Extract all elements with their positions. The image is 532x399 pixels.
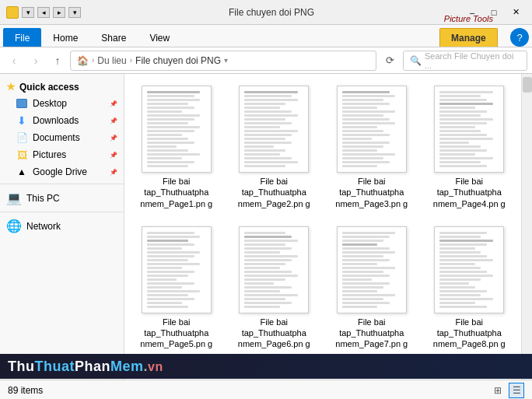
downloads-icon: ⬇ [16, 114, 28, 127]
crumb-current: File chuyen doi PNG [135, 55, 221, 66]
tab-manage[interactable]: Manage [439, 28, 498, 47]
sidebar-item-pictures[interactable]: 🖼 Pictures 📌 [0, 146, 124, 163]
file-thumb-2 [239, 86, 309, 173]
crumb-separator-2: › [130, 56, 132, 65]
search-icon: 🔍 [410, 55, 422, 66]
close-button[interactable]: ✕ [506, 5, 526, 20]
desktop-label: Desktop [33, 98, 67, 109]
tab-share[interactable]: Share [89, 28, 138, 47]
help-button[interactable]: ? [510, 28, 529, 47]
folder-icon [6, 6, 19, 19]
file-item-3[interactable]: File bai tap_Thuthuatpha nmem_Page3.pn g [326, 80, 418, 215]
item-count: 89 items [8, 385, 43, 396]
file-item-2[interactable]: File bai tap_Thuthuatpha nmem_Page2.pn g [229, 80, 320, 215]
back-button[interactable]: ‹ [5, 51, 23, 70]
file-thumb-6 [239, 226, 309, 313]
network-icon: 🌐 [6, 219, 22, 233]
down-btn-title[interactable]: ▾ [68, 7, 81, 18]
file-label-8: File bai tap_Thuthuatpha nmem_Page8.pn g [430, 317, 508, 350]
sidebar-divider-2 [0, 212, 124, 212]
file-label-2: File bai tap_Thuthuatpha nmem_Page2.pn g [235, 176, 313, 209]
wm-mem: Mem [110, 359, 144, 374]
pc-icon: 💻 [6, 191, 22, 205]
file-item-4[interactable]: File bai tap_Thuthuatpha nmem_Page4.pn g [424, 80, 516, 215]
file-item-7[interactable]: File bai tap_Thuthuatpha nmem_Page7.pn g [326, 221, 418, 355]
pin-icon-desktop: 📌 [110, 100, 117, 107]
file-item-5[interactable]: File bai tap_Thuthuatpha nmem_Page5.pn g [131, 221, 222, 355]
search-box[interactable]: 🔍 Search File Chuyen doi ... [403, 51, 527, 71]
documents-icon: 📄 [16, 131, 28, 144]
title-bar-left: ▾ ◂ ▸ ▾ [6, 6, 81, 19]
file-item-6[interactable]: File bai tap_Thuthuatpha nmem_Page6.pn g [229, 221, 320, 355]
gdrive-icon: ▲ [16, 166, 28, 178]
sidebar-item-documents[interactable]: 📄 Documents 📌 [0, 129, 124, 146]
file-label-1: File bai tap_Thuthuatpha nmem_Page1.pn g [138, 176, 215, 209]
sidebar-item-thispc[interactable]: 💻 This PC [0, 187, 124, 208]
watermark-bar: ThuThuatPhanMem.vn [0, 354, 532, 379]
pin-icon-pictures: 📌 [110, 152, 117, 159]
wm-thu: Thu [8, 359, 35, 374]
network-label: Network [26, 221, 61, 232]
scroll-track[interactable] [521, 74, 532, 380]
crumb-separator-1: › [92, 56, 94, 65]
sidebar: ★ Quick access Desktop 📌 ⬇ Downloads 📌 📄… [0, 74, 124, 380]
file-label-4: File bai tap_Thuthuatpha nmem_Page4.pn g [430, 176, 508, 209]
sidebar-item-network[interactable]: 🌐 Network [0, 215, 124, 236]
desktop-icon [16, 97, 28, 110]
quick-access-label: Quick access [19, 82, 79, 93]
view-grid-button[interactable]: ⊞ [490, 383, 506, 398]
ribbon: File Home Share View Picture Tools Manag… [0, 25, 532, 47]
sidebar-item-desktop[interactable]: Desktop 📌 [0, 95, 124, 112]
sidebar-item-downloads[interactable]: ⬇ Downloads 📌 [0, 112, 124, 129]
search-placeholder: Search File Chuyen doi ... [425, 51, 520, 70]
pictures-icon: 🖼 [16, 149, 28, 161]
up-button[interactable]: ↑ [48, 51, 67, 70]
file-label-5: File bai tap_Thuthuatpha nmem_Page5.pn g [138, 317, 215, 350]
pin-icon-gdrive: 📌 [110, 169, 117, 176]
downloads-label: Downloads [33, 115, 79, 126]
back-btn-title[interactable]: ◂ [37, 7, 50, 18]
sidebar-divider-1 [0, 184, 124, 184]
file-thumb-4 [434, 86, 504, 173]
forward-button[interactable]: › [26, 51, 45, 70]
status-bar: 89 items ⊞ ☰ [0, 380, 532, 399]
crumb-dropdown[interactable]: ▾ [224, 56, 228, 65]
gdrive-label: Google Drive [33, 166, 87, 177]
home-icon: 🏠 [77, 55, 89, 66]
pictures-label: Pictures [33, 149, 66, 160]
quick-access-btn[interactable]: ▾ [22, 7, 34, 18]
wm-vn: vn [148, 360, 163, 373]
quick-access-header[interactable]: ★ Quick access [0, 79, 124, 95]
file-thumb-3 [337, 86, 407, 173]
file-thumb-7 [337, 226, 407, 313]
refresh-button[interactable]: ⟳ [380, 51, 400, 71]
ribbon-tabs: File Home Share View Picture Tools Manag… [0, 25, 532, 47]
scroll-thumb[interactable] [523, 77, 532, 93]
tab-home[interactable]: Home [41, 28, 89, 47]
tab-view[interactable]: View [138, 28, 181, 47]
sidebar-item-gdrive[interactable]: ▲ Google Drive 📌 [0, 163, 124, 180]
view-list-button[interactable]: ☰ [509, 383, 524, 398]
file-grid-area[interactable]: File bai tap_Thuthuatpha nmem_Page1.pn g [124, 74, 521, 380]
breadcrumb: 🏠 › Du lieu › File chuyen doi PNG ▾ [77, 55, 228, 66]
wm-thuat: Thuat [35, 359, 75, 374]
window-title: File chuyen doi PNG [81, 7, 462, 18]
file-item-8[interactable]: File bai tap_Thuthuatpha nmem_Page8.pn g [424, 221, 516, 355]
wm-phan: Phan [75, 359, 110, 374]
file-thumb-1 [142, 86, 212, 173]
watermark-text: ThuThuatPhanMem.vn [8, 359, 163, 375]
address-path[interactable]: 🏠 › Du lieu › File chuyen doi PNG ▾ [70, 51, 376, 71]
forward-btn-title[interactable]: ▸ [53, 7, 65, 18]
file-label-7: File bai tap_Thuthuatpha nmem_Page7.pn g [333, 317, 411, 350]
star-icon: ★ [6, 81, 16, 93]
crumb-dulieu[interactable]: Du lieu [97, 55, 126, 66]
file-item-1[interactable]: File bai tap_Thuthuatpha nmem_Page1.pn g [131, 80, 222, 215]
view-controls: ⊞ ☰ [490, 383, 524, 398]
documents-label: Documents [33, 132, 80, 143]
file-grid: File bai tap_Thuthuatpha nmem_Page1.pn g [131, 80, 515, 355]
pin-icon-downloads: 📌 [110, 117, 117, 124]
tab-file[interactable]: File [3, 28, 41, 47]
file-thumb-8 [434, 226, 504, 313]
main-area: ★ Quick access Desktop 📌 ⬇ Downloads 📌 📄… [0, 74, 532, 380]
file-thumb-5 [142, 226, 212, 313]
